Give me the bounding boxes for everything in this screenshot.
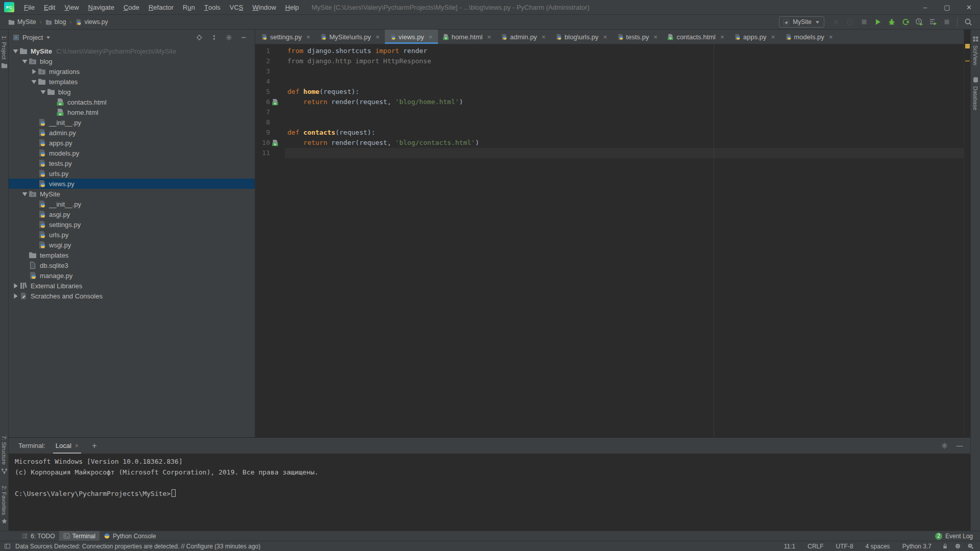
tool-stripe-sciview[interactable]: SciView <box>972 33 979 68</box>
hide-terminal-button[interactable]: — <box>954 440 965 452</box>
line-number[interactable]: 3 <box>255 66 272 77</box>
menu-code[interactable]: Code <box>119 0 144 14</box>
minimize-button[interactable]: – <box>914 0 936 14</box>
menu-edit[interactable]: Edit <box>39 0 60 14</box>
status-item[interactable]: Python 3.7 <box>902 543 932 550</box>
collapse-all-button[interactable] <box>209 32 219 42</box>
line-number[interactable]: 4 <box>255 77 272 87</box>
close-icon[interactable]: × <box>428 33 433 41</box>
tree-item-asgi.py[interactable]: asgi.py <box>9 209 255 219</box>
line-number[interactable]: 10 <box>255 138 272 148</box>
tree-item-blog[interactable]: blog <box>9 87 255 97</box>
maximize-button[interactable]: ▢ <box>936 0 958 14</box>
tool-window-button-terminal[interactable]: Terminal <box>59 531 100 541</box>
run-button-disabled[interactable] <box>829 16 843 28</box>
tree-item-templates[interactable]: templates <box>9 77 255 87</box>
close-icon[interactable]: × <box>828 33 834 41</box>
status-item[interactable]: 4 spaces <box>866 543 890 550</box>
menu-tools[interactable]: Tools <box>200 0 225 14</box>
run-with-coverage-button[interactable] <box>898 16 912 28</box>
terminal-output[interactable]: Microsoft Windows [Version 10.0.18362.83… <box>9 454 970 531</box>
warning-mark[interactable] <box>965 44 970 48</box>
breadcrumb-item[interactable]: views.py <box>75 18 108 26</box>
breadcrumb-item[interactable]: MySite <box>8 18 36 26</box>
tree-item-manage.py[interactable]: manage.py <box>9 270 255 281</box>
search-everywhere-button[interactable] <box>961 16 975 28</box>
close-icon[interactable]: × <box>653 33 658 41</box>
tool-window-button-python-console[interactable]: Python Console <box>100 531 160 541</box>
warning-mark[interactable] <box>965 60 970 62</box>
expand-arrow-icon[interactable] <box>12 292 19 300</box>
inspections-profile-icon[interactable] <box>954 543 961 549</box>
status-item[interactable]: 11:1 <box>784 543 795 550</box>
terminal-settings-button[interactable] <box>939 440 950 452</box>
attach-profiler-button[interactable] <box>843 16 857 28</box>
code-editor[interactable]: from django.shortcuts import renderfrom … <box>285 44 964 437</box>
tool-stripe-favorites[interactable]: 2: Favorites <box>1 483 8 528</box>
editor-tab-admin.py[interactable]: admin.py× <box>496 30 551 44</box>
tree-item-mysite[interactable]: MySiteC:\Users\Valery\PycharmProjects\My… <box>9 46 255 56</box>
menu-view[interactable]: View <box>60 0 83 14</box>
locate-file-button[interactable] <box>194 32 204 42</box>
tree-item-admin.py[interactable]: admin.py <box>9 128 255 138</box>
editor-tab-blog-urls.py[interactable]: blog\urls.py× <box>551 30 612 44</box>
editor-tab-mysite-urls.py[interactable]: MySite\urls.py× <box>315 30 385 44</box>
readonly-lock-icon[interactable] <box>942 543 948 549</box>
line-number[interactable]: 5 <box>255 87 272 97</box>
menu-vcs[interactable]: VCS <box>225 0 248 14</box>
tree-item-templates[interactable]: templates <box>9 250 255 260</box>
status-message[interactable]: Data Sources Detected: Connection proper… <box>15 543 260 550</box>
expand-arrow-icon[interactable] <box>12 282 19 290</box>
editor-tab-views.py[interactable]: views.py× <box>385 30 438 44</box>
menu-help[interactable]: Help <box>281 0 304 14</box>
close-button[interactable]: ✕ <box>958 0 980 14</box>
tree-item-blog[interactable]: blog <box>9 56 255 66</box>
project-panel-title[interactable]: Project <box>22 34 43 41</box>
menu-navigate[interactable]: Navigate <box>84 0 119 14</box>
status-item[interactable]: UTF-8 <box>836 543 853 550</box>
tree-item-contacts.html[interactable]: Hcontacts.html <box>9 97 255 107</box>
line-number[interactable]: 8 <box>255 117 272 128</box>
new-terminal-session-button[interactable]: + <box>89 441 100 450</box>
tree-item-tests.py[interactable]: tests.py <box>9 158 255 168</box>
tool-window-toggle-icon[interactable] <box>4 543 11 549</box>
run-configuration-select[interactable]: dj MySite <box>779 16 824 28</box>
close-icon[interactable]: × <box>375 33 380 41</box>
event-log-button[interactable]: 2 Event Log <box>935 531 975 541</box>
panel-settings-button[interactable] <box>224 32 234 42</box>
chevron-down-icon[interactable] <box>45 35 51 40</box>
editor-tab-settings.py[interactable]: settings.py× <box>256 30 315 44</box>
run-button[interactable] <box>871 16 885 28</box>
close-icon[interactable]: × <box>541 33 546 41</box>
tree-item-mysite[interactable]: MySite <box>9 189 255 199</box>
expand-arrow-icon[interactable] <box>21 190 29 198</box>
tool-stripe-project[interactable]: 1: Project <box>1 33 8 72</box>
stop-button[interactable] <box>940 16 953 28</box>
close-icon[interactable]: × <box>306 33 311 41</box>
editor-tab-tests.py[interactable]: tests.py× <box>612 30 663 44</box>
concurrency-diagram-button[interactable] <box>926 16 940 28</box>
menu-run[interactable]: Run <box>178 0 200 14</box>
ide-notifications-icon[interactable]: ? <box>967 543 974 549</box>
menu-file[interactable]: File <box>19 0 39 14</box>
editor-tab-contacts.html[interactable]: Hcontacts.html× <box>663 30 729 44</box>
close-icon[interactable]: × <box>720 33 725 41</box>
tree-item-migrations[interactable]: migrations <box>9 66 255 77</box>
tree-item-external-libraries[interactable]: External Libraries <box>9 281 255 291</box>
tree-item-wsgi.py[interactable]: wsgi.py <box>9 240 255 250</box>
line-number[interactable]: 9 <box>255 128 272 138</box>
debug-button[interactable] <box>885 16 898 28</box>
close-icon[interactable]: × <box>486 33 492 41</box>
editor-tab-apps.py[interactable]: apps.py× <box>729 30 780 44</box>
tree-item-settings.py[interactable]: settings.py <box>9 219 255 230</box>
close-icon[interactable]: × <box>603 33 608 41</box>
breadcrumb-item[interactable]: blog <box>45 18 66 26</box>
expand-arrow-icon[interactable] <box>39 88 47 96</box>
stop-button-disabled[interactable] <box>857 16 871 28</box>
profile-button[interactable] <box>912 16 926 28</box>
editor-tab-home.html[interactable]: Hhome.html× <box>438 30 497 44</box>
tree-item-models.py[interactable]: models.py <box>9 148 255 158</box>
close-icon[interactable]: × <box>75 442 79 449</box>
editor-tab-models.py[interactable]: models.py× <box>780 30 838 44</box>
status-item[interactable]: CRLF <box>807 543 823 550</box>
